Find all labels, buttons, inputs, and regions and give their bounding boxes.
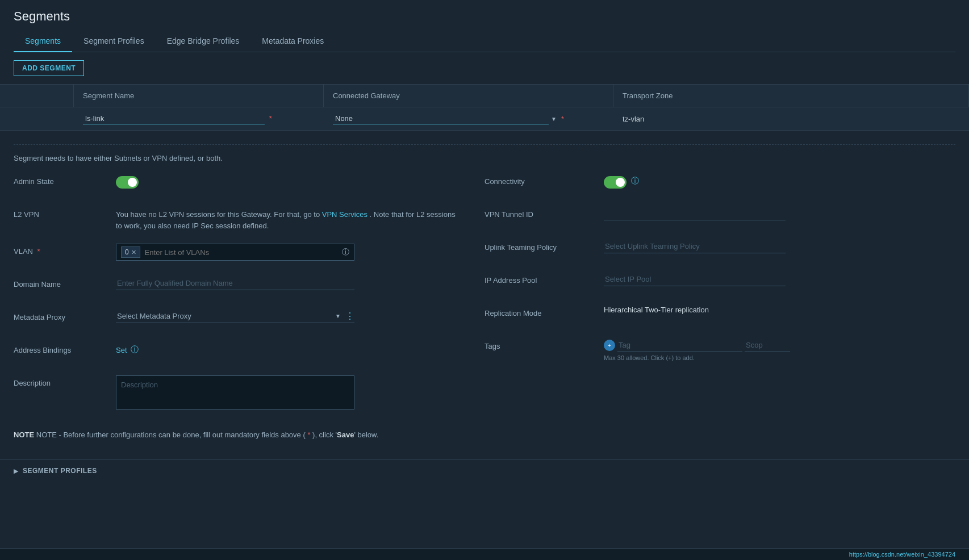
vpn-services-link[interactable]: VPN Services bbox=[322, 210, 367, 219]
admin-state-row: Admin State bbox=[14, 174, 462, 194]
tab-bar: Segments Segment Profiles Edge Bridge Pr… bbox=[14, 31, 955, 52]
vpn-tunnel-id-row: VPN Tunnel ID bbox=[484, 207, 933, 227]
connectivity-toggle[interactable] bbox=[604, 176, 626, 189]
status-bar-link[interactable]: https://blog.csdn.net/weixin_43394724 bbox=[849, 551, 955, 558]
row-checkbox-cell bbox=[0, 113, 74, 124]
col-transport-zone: Transport Zone bbox=[613, 85, 969, 107]
vlan-label: VLAN * bbox=[14, 244, 116, 256]
admin-state-label: Admin State bbox=[14, 174, 116, 186]
max-tags-text: Max 30 allowed. Click (+) to add. bbox=[604, 354, 933, 361]
segment-name-input[interactable] bbox=[83, 113, 265, 124]
vlan-info-icon: ⓘ bbox=[342, 247, 349, 257]
tab-segments[interactable]: Segments bbox=[14, 31, 72, 52]
connected-gateway-select[interactable]: None bbox=[333, 113, 549, 124]
set-link[interactable]: Set bbox=[116, 346, 127, 354]
form-section: Segment needs to have either Subnets or … bbox=[0, 131, 969, 459]
gateway-select-wrapper: None ▼ * bbox=[333, 113, 604, 124]
vlan-tag-0: 0 ✕ bbox=[121, 246, 140, 258]
address-bindings-row: Address Bindings Set ⓘ bbox=[14, 342, 462, 363]
uplink-teaming-control bbox=[604, 240, 933, 253]
form-right: Connectivity ⓘ VPN Tunnel ID bbox=[484, 174, 955, 424]
address-bindings-info-icon: ⓘ bbox=[131, 345, 139, 355]
metadata-proxy-dots[interactable]: ⋮ bbox=[345, 311, 354, 321]
vlan-tag-value: 0 bbox=[125, 248, 129, 256]
uplink-teaming-label: Uplink Teaming Policy bbox=[484, 240, 604, 252]
set-row: Set ⓘ bbox=[116, 342, 462, 355]
tag-input[interactable] bbox=[617, 338, 742, 352]
address-bindings-label: Address Bindings bbox=[14, 342, 116, 354]
segment-name-cell: * bbox=[74, 107, 324, 130]
vlan-control: 0 ✕ ⓘ bbox=[116, 244, 462, 261]
uplink-teaming-row: Uplink Teaming Policy bbox=[484, 240, 933, 260]
vlan-row: VLAN * 0 ✕ ⓘ bbox=[14, 244, 462, 264]
metadata-proxy-label: Metadata Proxy bbox=[14, 310, 116, 321]
ip-address-pool-input[interactable] bbox=[604, 273, 786, 286]
tags-control: + Max 30 allowed. Click (+) to add. bbox=[604, 338, 933, 361]
metadata-proxy-select[interactable]: Select Metadata Proxy bbox=[116, 310, 343, 323]
replication-mode-control: Hierarchical Two-Tier replication bbox=[604, 306, 933, 314]
l2-vpn-label: L2 VPN bbox=[14, 207, 116, 219]
connectivity-control: ⓘ bbox=[604, 174, 933, 189]
add-segment-button[interactable]: ADD SEGMENT bbox=[14, 60, 84, 76]
tags-wrapper: + bbox=[604, 338, 933, 352]
note-text: NOTE NOTE - Before further configuration… bbox=[14, 424, 955, 446]
table-header: Segment Name Connected Gateway Transport… bbox=[0, 84, 969, 107]
transport-zone-cell: tz-vlan bbox=[613, 109, 969, 129]
form-columns: Admin State L2 VPN You have no L2 VPN se… bbox=[14, 174, 955, 424]
accordion-title: SEGMENT PROFILES bbox=[23, 467, 97, 475]
note-required-symbol: * bbox=[307, 431, 312, 439]
admin-state-control bbox=[116, 174, 462, 190]
scope-input[interactable] bbox=[745, 338, 790, 352]
note-save-word: Save bbox=[337, 431, 354, 439]
connectivity-label: Connectivity bbox=[484, 174, 604, 186]
replication-mode-row: Replication Mode Hierarchical Two-Tier r… bbox=[484, 306, 933, 326]
metadata-proxy-control: Select Metadata Proxy ▼ ⋮ bbox=[116, 310, 462, 323]
accordion-arrow-icon: ▶ bbox=[14, 467, 18, 475]
segment-profiles-accordion[interactable]: ▶ SEGMENT PROFILES bbox=[0, 459, 969, 482]
col-segment-name: Segment Name bbox=[74, 85, 324, 107]
metadata-proxy-arrow: ▼ bbox=[335, 313, 341, 319]
description-control bbox=[116, 375, 462, 411]
l2-vpn-control: You have no L2 VPN sessions for this Gat… bbox=[116, 207, 462, 231]
tab-segment-profiles[interactable]: Segment Profiles bbox=[72, 31, 156, 52]
description-textarea[interactable] bbox=[116, 375, 354, 409]
domain-name-input[interactable] bbox=[116, 277, 354, 290]
admin-state-toggle[interactable] bbox=[116, 176, 139, 189]
tag-color-dot[interactable]: + bbox=[604, 340, 615, 351]
l2-vpn-text: You have no L2 VPN sessions for this Gat… bbox=[116, 207, 462, 231]
domain-name-control bbox=[116, 277, 462, 290]
metadata-proxy-select-wrapper: Select Metadata Proxy ▼ ⋮ bbox=[116, 310, 354, 323]
vlan-required: * bbox=[37, 247, 40, 256]
notice-text: Segment needs to have either Subnets or … bbox=[14, 154, 955, 162]
gateway-required: * bbox=[561, 115, 564, 123]
vlan-text-input[interactable] bbox=[145, 248, 349, 257]
table-row: * None ▼ * tz-vlan bbox=[0, 107, 969, 131]
vlan-input-wrapper: 0 ✕ ⓘ bbox=[116, 244, 354, 261]
ip-address-pool-label: IP Address Pool bbox=[484, 273, 604, 285]
tags-row: Tags + Max 30 allowed. Click (+) to add. bbox=[484, 338, 933, 361]
description-label: Description bbox=[14, 375, 116, 387]
replication-mode-label: Replication Mode bbox=[484, 306, 604, 317]
connected-gateway-cell: None ▼ * bbox=[324, 107, 613, 130]
toolbar: ADD SEGMENT bbox=[0, 52, 969, 84]
vpn-tunnel-id-input[interactable] bbox=[604, 207, 786, 220]
ip-address-pool-row: IP Address Pool bbox=[484, 273, 933, 293]
col-connected-gateway: Connected Gateway bbox=[324, 85, 613, 107]
status-bar: https://blog.csdn.net/weixin_43394724 bbox=[0, 548, 969, 560]
replication-mode-value: Hierarchical Two-Tier replication bbox=[604, 303, 709, 314]
l2-vpn-row: L2 VPN You have no L2 VPN sessions for t… bbox=[14, 207, 462, 231]
connectivity-info-icon: ⓘ bbox=[631, 176, 639, 186]
vlan-tag-remove[interactable]: ✕ bbox=[131, 249, 136, 256]
domain-name-label: Domain Name bbox=[14, 277, 116, 289]
page-title: Segments bbox=[14, 9, 955, 24]
form-left: Admin State L2 VPN You have no L2 VPN se… bbox=[14, 174, 484, 424]
tab-edge-bridge-profiles[interactable]: Edge Bridge Profiles bbox=[156, 31, 251, 52]
connectivity-toggle-group: ⓘ bbox=[604, 174, 933, 189]
domain-name-row: Domain Name bbox=[14, 277, 462, 297]
uplink-teaming-input[interactable] bbox=[604, 240, 786, 253]
address-bindings-control: Set ⓘ bbox=[116, 342, 462, 355]
gateway-dropdown-arrow: ▼ bbox=[551, 116, 557, 122]
segment-name-required: * bbox=[269, 114, 272, 123]
connectivity-row: Connectivity ⓘ bbox=[484, 174, 933, 194]
tab-metadata-proxies[interactable]: Metadata Proxies bbox=[250, 31, 335, 52]
